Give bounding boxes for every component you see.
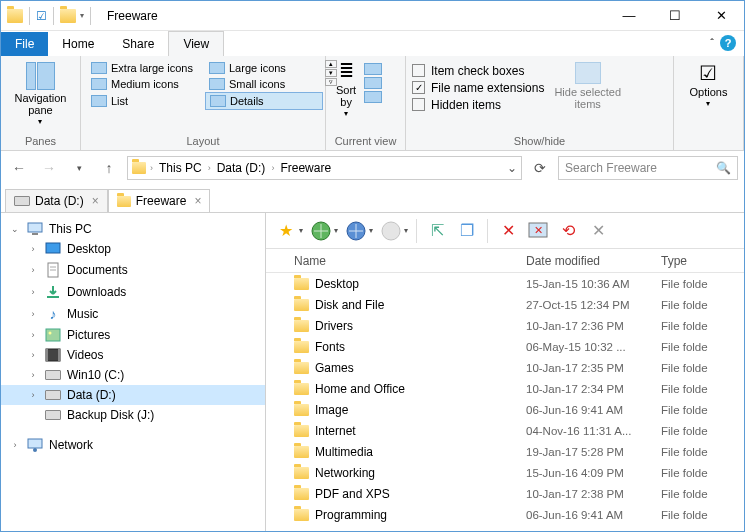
file-list[interactable]: Desktop15-Jan-15 10:36 AMFile foldeDisk … [266, 273, 744, 532]
export-icon[interactable]: ⇱ [423, 217, 451, 245]
chevron-icon[interactable]: › [27, 265, 39, 275]
layout-sm-icons[interactable]: Small icons [205, 76, 323, 92]
path-tab-freeware[interactable]: Freeware × [108, 189, 211, 212]
file-row[interactable]: Networking15-Jun-16 4:09 PMFile folde [266, 462, 744, 483]
nav-item[interactable]: ›Pictures [1, 325, 265, 345]
nav-icon [45, 328, 61, 342]
layout-lg-icons[interactable]: Large icons [205, 60, 323, 76]
chevron-icon[interactable]: › [27, 390, 39, 400]
nav-item[interactable]: ›Videos [1, 345, 265, 365]
file-row[interactable]: Home and Office10-Jan-17 2:34 PMFile fol… [266, 378, 744, 399]
chevron-icon[interactable]: › [27, 287, 39, 297]
chevron-icon[interactable]: › [27, 244, 39, 254]
chk-item-check-boxes[interactable]: Item check boxes [412, 64, 544, 78]
file-row[interactable]: Internet04-Nov-16 11:31 A...File folde [266, 420, 744, 441]
file-date: 10-Jan-17 2:38 PM [526, 488, 661, 500]
up-button[interactable]: ↑ [97, 156, 121, 180]
maximize-button[interactable]: ☐ [652, 1, 698, 31]
options-button[interactable]: ☑ Options ▾ [686, 60, 732, 111]
chevron-icon[interactable]: › [27, 309, 39, 319]
nav-item[interactable]: ›Downloads [1, 281, 265, 303]
qat-dropdown-icon[interactable]: ▾ [80, 11, 84, 20]
delete-window-icon[interactable]: ✕ [524, 217, 552, 245]
favorites-icon[interactable]: ★ [272, 217, 300, 245]
nav-item[interactable]: ›Network [1, 435, 265, 455]
search-input[interactable]: Search Freeware 🔍 [558, 156, 738, 180]
group-label-currentview: Current view [332, 135, 399, 150]
crumb-thispc[interactable]: This PC [157, 161, 204, 175]
close-tab-icon[interactable]: × [89, 194, 99, 208]
windows-icon[interactable]: ❐ [453, 217, 481, 245]
folder-icon [294, 362, 309, 374]
app-icon[interactable] [7, 9, 23, 23]
sync-red-icon[interactable]: ⟲ [554, 217, 582, 245]
file-row[interactable]: Image06-Jun-16 9:41 AMFile folde [266, 399, 744, 420]
close-button[interactable]: ✕ [698, 1, 744, 31]
svg-rect-2 [46, 243, 60, 253]
qat-folder-icon[interactable] [60, 9, 76, 23]
chk-hidden-items[interactable]: Hidden items [412, 98, 544, 112]
collapse-ribbon-icon[interactable]: ˆ [710, 37, 714, 49]
tab-share[interactable]: Share [108, 32, 168, 56]
col-date[interactable]: Date modified [526, 254, 661, 268]
sort-by-button[interactable]: ≣ Sort by ▾ [332, 60, 360, 121]
file-row[interactable]: Disk and File27-Oct-15 12:34 PMFile fold… [266, 294, 744, 315]
file-row[interactable]: PDF and XPS10-Jan-17 2:38 PMFile folde [266, 483, 744, 504]
file-row[interactable]: Desktop15-Jan-15 10:36 AMFile folde [266, 273, 744, 294]
col-type[interactable]: Type [661, 254, 744, 268]
breadcrumb[interactable]: › This PC › Data (D:) › Freeware ⌄ [127, 156, 522, 180]
file-row[interactable]: Fonts06-May-15 10:32 ...File folde [266, 336, 744, 357]
globe-grey-icon[interactable] [377, 217, 405, 245]
globe-green-icon[interactable] [307, 217, 335, 245]
file-row[interactable]: Games10-Jan-17 2:35 PMFile folde [266, 357, 744, 378]
nav-item[interactable]: ›Documents [1, 259, 265, 281]
size-columns-button[interactable] [364, 91, 382, 103]
forward-button[interactable]: → [37, 156, 61, 180]
path-tab-data[interactable]: Data (D:) × [5, 189, 108, 212]
hide-selected-button[interactable]: Hide selected items [550, 60, 625, 112]
minimize-button[interactable]: — [606, 1, 652, 31]
crumb-data[interactable]: Data (D:) [215, 161, 268, 175]
close-tab-icon[interactable]: × [191, 194, 201, 208]
tab-view[interactable]: View [168, 31, 224, 56]
help-icon[interactable]: ? [720, 35, 736, 51]
chevron-icon[interactable]: › [27, 330, 39, 340]
tab-file[interactable]: File [1, 32, 48, 56]
add-columns-button[interactable] [364, 77, 382, 89]
back-button[interactable]: ← [7, 156, 31, 180]
nav-item[interactable]: ⌄This PC [1, 219, 265, 239]
fav-dropdown-icon[interactable]: ▾ [299, 226, 303, 235]
chevron-icon[interactable]: › [9, 440, 21, 450]
delete-grey-icon[interactable]: ✕ [584, 217, 612, 245]
qat-check-icon[interactable]: ☑ [36, 9, 47, 23]
chevron-icon[interactable]: › [27, 370, 39, 380]
globe-blue-icon[interactable] [342, 217, 370, 245]
chevron-icon[interactable]: ⌄ [9, 224, 21, 234]
file-row[interactable]: Multimedia19-Jan-17 5:28 PMFile folde [266, 441, 744, 462]
file-row[interactable]: Drivers10-Jan-17 2:36 PMFile folde [266, 315, 744, 336]
refresh-button[interactable]: ⟳ [528, 156, 552, 180]
crumb-freeware[interactable]: Freeware [278, 161, 333, 175]
nav-item[interactable]: ›Data (D:) [1, 385, 265, 405]
breadcrumb-dropdown-icon[interactable]: ⌄ [507, 161, 517, 175]
layout-md-icons[interactable]: Medium icons [87, 76, 205, 92]
chevron-icon[interactable]: › [27, 350, 39, 360]
delete-red-icon[interactable]: ✕ [494, 217, 522, 245]
chk-file-name-extensions[interactable]: File name extensions [412, 81, 544, 95]
navigation-pane-button[interactable]: Navigation pane ▾ [11, 60, 71, 129]
drive-icon [14, 196, 30, 206]
layout-list[interactable]: List [87, 92, 205, 110]
layout-xl-icons[interactable]: Extra large icons [87, 60, 205, 76]
layout-details[interactable]: Details [205, 92, 323, 110]
nav-item[interactable]: Backup Disk (J:) [1, 405, 265, 425]
nav-item[interactable]: ›Win10 (C:) [1, 365, 265, 385]
col-name[interactable]: Name [266, 254, 526, 268]
nav-item[interactable]: ›♪Music [1, 303, 265, 325]
window-title: Freeware [99, 9, 158, 23]
recent-locations-icon[interactable]: ▾ [67, 156, 91, 180]
file-row[interactable]: Programming06-Jun-16 9:41 AMFile folde [266, 504, 744, 525]
group-by-button[interactable] [364, 63, 382, 75]
navigation-pane[interactable]: ⌄This PC›Desktop›Documents›Downloads›♪Mu… [1, 213, 266, 532]
tab-home[interactable]: Home [48, 32, 108, 56]
nav-item[interactable]: ›Desktop [1, 239, 265, 259]
